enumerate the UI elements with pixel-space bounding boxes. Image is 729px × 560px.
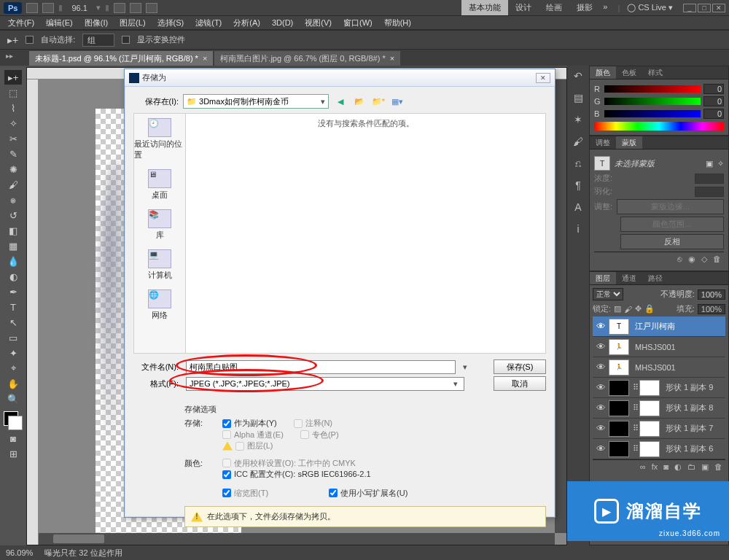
- layer-thumb[interactable]: 🏃: [609, 339, 629, 355]
- type-tool[interactable]: T: [4, 300, 22, 314]
- menu-select[interactable]: 选择(S): [152, 16, 190, 30]
- ruler-vertical[interactable]: [27, 79, 39, 545]
- layer-name[interactable]: MHSJS001: [632, 363, 725, 372]
- layer-name[interactable]: 江戸川柯南: [632, 321, 725, 332]
- place-item[interactable]: 🖥桌面: [148, 169, 171, 201]
- layer-name[interactable]: 形状 1 副本 6: [663, 443, 725, 454]
- pixel-mask-icon[interactable]: ▣: [706, 159, 713, 168]
- crop-tool[interactable]: ✂: [4, 131, 22, 146]
- view-extras-icon[interactable]: [114, 3, 125, 13]
- layer-row[interactable]: 👁 T 江戸川柯南: [593, 316, 725, 337]
- character-icon[interactable]: A: [571, 200, 585, 214]
- density-field[interactable]: [695, 174, 724, 184]
- layer-row[interactable]: 👁 ⠿ 形状 1 副本 6: [593, 439, 725, 459]
- visibility-icon[interactable]: 👁: [593, 382, 609, 393]
- tab-channels[interactable]: 通道: [616, 272, 642, 284]
- fx-icon[interactable]: fx: [652, 462, 658, 472]
- brushpresets-icon[interactable]: 🖌: [571, 134, 585, 149]
- trash-icon[interactable]: 🗑: [713, 254, 721, 264]
- trash-icon[interactable]: 🗑: [714, 462, 722, 472]
- r-slider[interactable]: [604, 85, 701, 93]
- gradient-tool[interactable]: ▦: [4, 238, 22, 253]
- doc-tab-1[interactable]: 未标题-1.psd @ 96.1% (江戸川柯南, RGB/8) *×: [29, 51, 213, 66]
- 3dcam-tool[interactable]: ⌖: [4, 361, 22, 376]
- visibility-icon[interactable]: 👁: [593, 362, 609, 373]
- swatches-icon[interactable]: ▤: [571, 90, 585, 105]
- window-close-icon[interactable]: ✕: [712, 4, 725, 12]
- r-val[interactable]: 0: [703, 84, 724, 94]
- menu-help[interactable]: 帮助(H): [378, 16, 417, 30]
- 3d-tool[interactable]: ✦: [4, 346, 22, 360]
- history-icon[interactable]: ↶: [571, 69, 585, 83]
- tab-adjust[interactable]: 调整: [590, 136, 616, 149]
- viewmenu-icon[interactable]: ▦▾: [390, 95, 405, 108]
- mask-foot-icon[interactable]: ⎋: [677, 254, 682, 264]
- marquee-tool[interactable]: ⬚: [4, 85, 22, 100]
- opacity-field[interactable]: 100%: [698, 289, 725, 300]
- info-icon[interactable]: i: [571, 222, 585, 236]
- menu-view[interactable]: 视图(V): [299, 16, 338, 30]
- layer-row[interactable]: 👁 🏃 MHSJS001: [593, 357, 725, 378]
- brush-tool[interactable]: 🖌: [4, 177, 22, 192]
- menu-window[interactable]: 窗口(W): [338, 16, 378, 30]
- tab-layers[interactable]: 图层: [590, 272, 616, 284]
- cancel-button[interactable]: 取消: [494, 376, 546, 391]
- ws-essentials[interactable]: 基本功能: [461, 0, 508, 15]
- path-tool[interactable]: ↖: [4, 315, 22, 330]
- b-slider[interactable]: [604, 110, 701, 117]
- color-swatch[interactable]: [4, 411, 23, 430]
- dialog-titlebar[interactable]: 存储为 ✕: [125, 69, 555, 87]
- quickmask-tool[interactable]: ◙: [4, 431, 22, 446]
- group-icon[interactable]: 🗀: [687, 462, 695, 472]
- menu-image[interactable]: 图像(I): [79, 16, 114, 30]
- icc-check[interactable]: ICC 配置文件(C): sRGB IEC61966-2.1: [222, 469, 371, 480]
- file-list[interactable]: 没有与搜索条件匹配的项。: [186, 113, 546, 354]
- bridge-icon[interactable]: [26, 3, 38, 13]
- thumbnail-check[interactable]: 缩览图(T): [222, 488, 268, 499]
- place-item[interactable]: 🌐网络: [148, 289, 171, 321]
- visibility-icon[interactable]: 👁: [593, 402, 609, 413]
- window-max-icon[interactable]: □: [698, 4, 711, 12]
- fill-field[interactable]: 100%: [698, 304, 725, 314]
- cslive-button[interactable]: ◯ CS Live ▾: [627, 3, 673, 12]
- mask-foot-icon3[interactable]: ◇: [701, 254, 707, 264]
- history-brush-tool[interactable]: ↺: [4, 208, 22, 222]
- paragraph-icon[interactable]: ¶: [571, 178, 585, 192]
- layer-row[interactable]: 👁 ⠿ 形状 1 副本 9: [593, 378, 725, 398]
- ws-paint[interactable]: 绘画: [539, 0, 569, 15]
- menu-analysis[interactable]: 分析(A): [227, 16, 266, 30]
- mask-icon[interactable]: ◙: [663, 462, 668, 472]
- menu-filter[interactable]: 滤镜(T): [190, 16, 227, 30]
- lock-all-icon[interactable]: 🔒: [644, 304, 655, 314]
- new-layer-icon[interactable]: ▣: [701, 462, 709, 472]
- ws-design[interactable]: 设计: [508, 0, 539, 15]
- auto-select-combo[interactable]: 组: [82, 34, 114, 47]
- visibility-icon[interactable]: 👁: [593, 341, 609, 352]
- menu-edit[interactable]: 编辑(E): [40, 16, 79, 30]
- close-icon[interactable]: ×: [390, 54, 394, 63]
- place-item[interactable]: 🕘最近访问的位置: [134, 118, 185, 160]
- screen-mode-icon[interactable]: [146, 3, 157, 13]
- lock-trans-icon[interactable]: ▨: [614, 304, 621, 314]
- lowercase-check[interactable]: 使用小写扩展名(U): [329, 488, 408, 499]
- g-slider[interactable]: [604, 98, 701, 105]
- scrollbar-horizontal[interactable]: [39, 533, 555, 545]
- heal-tool[interactable]: ✺: [4, 162, 22, 176]
- tab-mask[interactable]: 蒙版: [616, 136, 642, 149]
- brush-icon[interactable]: ✶: [571, 112, 585, 127]
- tab-paths[interactable]: 路径: [642, 272, 668, 284]
- visibility-icon[interactable]: 👁: [593, 321, 609, 332]
- menu-3d[interactable]: 3D(D): [266, 17, 299, 28]
- place-item[interactable]: 💻计算机: [148, 249, 172, 281]
- shape-tool[interactable]: ▭: [4, 330, 22, 345]
- move-tool[interactable]: ▸+: [4, 70, 22, 85]
- layer-thumb[interactable]: [609, 380, 629, 396]
- eraser-tool[interactable]: ◧: [4, 223, 22, 238]
- mask-edge-button[interactable]: 蒙版边缘...: [617, 199, 724, 214]
- layer-row[interactable]: 👁 🏃 MHSJS001: [593, 337, 725, 357]
- lasso-tool[interactable]: ⌇: [4, 101, 22, 115]
- zoom-level[interactable]: 96.1: [67, 4, 91, 12]
- save-button[interactable]: 保存(S): [494, 359, 546, 374]
- feather-field[interactable]: [695, 187, 724, 197]
- layer-name[interactable]: MHSJS001: [632, 343, 725, 351]
